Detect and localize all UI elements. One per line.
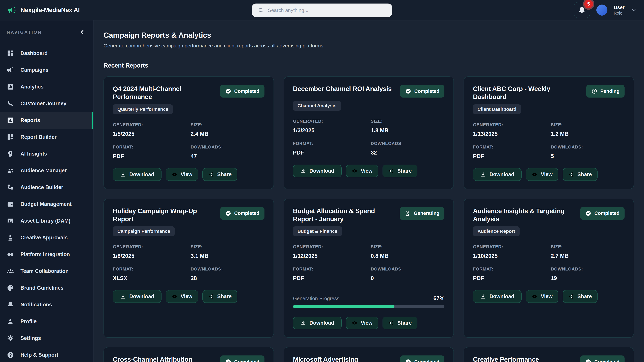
meta-value-format: XLSX (113, 275, 187, 281)
sidebar-item-analytics[interactable]: Analytics (0, 78, 93, 95)
meta-value-format: PDF (473, 275, 547, 281)
chevron-down-icon[interactable] (631, 7, 636, 13)
meta-label-format: FORMAT: (293, 141, 367, 146)
download-button[interactable]: Download (473, 290, 522, 303)
report-card-header: Q4 2024 Multi-Channel PerformanceComplet… (113, 85, 264, 101)
sidebar-item-report-builder[interactable]: Report Builder (0, 129, 93, 145)
sidebar-item-label: Campaigns (20, 67, 48, 73)
share-button[interactable]: Share (563, 290, 598, 303)
report-card: Cross-Channel Attribution AnalysisComple… (104, 347, 274, 362)
download-button-label: Download (489, 171, 514, 177)
sidebar-item-customer-journey[interactable]: Customer Journey (0, 95, 93, 112)
download-icon (120, 172, 126, 177)
share-button[interactable]: Share (382, 317, 418, 329)
download-button[interactable]: Download (473, 168, 522, 181)
sidebar-item-asset-library-dam[interactable]: Asset Library (DAM) (0, 213, 93, 229)
sidebar-item-brand-guidelines[interactable]: Brand Guidelines (0, 280, 93, 296)
share-icon (568, 172, 574, 177)
meta-label-downloads: DOWNLOADS: (551, 267, 624, 272)
meta-downloads: DOWNLOADS:5 (551, 144, 624, 159)
download-button[interactable]: Download (113, 290, 162, 303)
report-meta: GENERATED:1/8/2025SIZE:3.1 MBFORMAT:XLSX… (113, 244, 264, 281)
report-card: Client ABC Corp - Weekly DashboardPendin… (464, 76, 634, 189)
section-title-recent-reports: Recent Reports (104, 62, 634, 69)
groups-icon (7, 268, 14, 275)
meta-value-downloads: 19 (551, 275, 624, 281)
share-button-label: Share (397, 320, 412, 326)
view-button[interactable]: View (346, 165, 378, 177)
report-category-tag: Audience Report (473, 226, 520, 236)
meta-value-size: 1.2 MB (551, 131, 624, 137)
check-circle-icon (225, 359, 231, 362)
search-input[interactable] (268, 7, 386, 13)
view-button[interactable]: View (526, 168, 558, 181)
view-button[interactable]: View (166, 168, 198, 181)
sidebar-item-label: Help & Support (20, 352, 58, 358)
status-badge-completed: Completed (220, 85, 264, 97)
meta-value-generated: 1/12/2025 (293, 253, 367, 259)
sidebar-item-notifications[interactable]: Notifications (0, 296, 93, 313)
sidebar-item-platform-integration[interactable]: Platform Integration (0, 246, 93, 263)
share-button[interactable]: Share (382, 165, 418, 177)
brand: Nexgile-MediaNex AI (8, 5, 80, 14)
meta-label-downloads: DOWNLOADS: (191, 267, 264, 272)
sidebar-item-ai-insights[interactable]: AI Insights (0, 145, 93, 162)
sidebar-item-profile[interactable]: Profile (0, 313, 93, 330)
meta-label-generated: GENERATED: (113, 122, 187, 127)
megaphone-icon (7, 66, 14, 74)
share-button[interactable]: Share (202, 290, 237, 303)
notification-count-badge: 5 (584, 0, 593, 8)
sidebar-item-audience-builder[interactable]: Audience Builder (0, 179, 93, 196)
sidebar-item-label: Customer Journey (20, 100, 66, 107)
share-button[interactable]: Share (563, 168, 598, 181)
share-button-label: Share (217, 294, 232, 300)
download-button-label: Download (310, 168, 334, 174)
meta-value-format: PDF (293, 149, 367, 156)
user-role: Role (614, 10, 625, 16)
report-card: Audience Insights & Targeting AnalysisCo… (464, 199, 634, 338)
sidebar-item-help-support[interactable]: Help & Support (0, 347, 93, 362)
sidebar-item-audience-manager[interactable]: Audience Manager (0, 162, 93, 179)
meta-value-size: 2.4 MB (191, 131, 264, 137)
status-badge-completed: Completed (400, 85, 444, 97)
status-badge-completed: Completed (220, 356, 264, 362)
share-button[interactable]: Share (202, 168, 237, 181)
audience-builder-icon (7, 184, 14, 191)
status-badge-completed: Completed (580, 207, 624, 220)
report-card-header: Holiday Campaign Wrap-Up ReportCompleted (113, 207, 264, 223)
megaphone-logo-icon (8, 5, 16, 14)
sidebar-item-reports[interactable]: Reports (0, 112, 93, 129)
palette-icon (7, 284, 14, 292)
sidebar-item-dashboard[interactable]: Dashboard (0, 45, 93, 62)
download-button[interactable]: Download (113, 168, 162, 181)
sidebar-item-label: Audience Builder (20, 184, 63, 190)
meta-label-size: SIZE: (551, 244, 624, 249)
image-icon (7, 217, 14, 225)
user-avatar[interactable] (596, 4, 608, 15)
bell-icon (578, 6, 586, 14)
view-button[interactable]: View (526, 290, 558, 303)
sidebar-item-creative-approvals[interactable]: Creative Approvals (0, 229, 93, 246)
meta-value-generated: 1/10/2025 (473, 253, 547, 259)
global-search (252, 3, 392, 17)
app-title: Nexgile-MediaNex AI (20, 6, 80, 13)
sidebar-item-budget-management[interactable]: Budget Management (0, 196, 93, 213)
link-icon (7, 251, 14, 258)
sidebar-item-team-collaboration[interactable]: Team Collaboration (0, 263, 93, 280)
meta-label-generated: GENERATED: (113, 244, 187, 249)
sidebar-item-settings[interactable]: Settings (0, 330, 93, 347)
download-button[interactable]: Download (293, 317, 342, 329)
report-title: Microsoft Advertising Performance - Q4 (293, 356, 396, 362)
report-meta: GENERATED:1/3/2025SIZE:1.8 MBFORMAT:PDFD… (293, 119, 444, 156)
download-button[interactable]: Download (293, 165, 342, 177)
report-actions: DownloadViewShare (293, 165, 418, 177)
view-button[interactable]: View (166, 290, 198, 303)
search-icon (258, 7, 264, 13)
view-button-label: View (541, 171, 552, 177)
chevron-left-icon[interactable] (79, 29, 86, 35)
view-button-label: View (180, 294, 192, 300)
main-content: Campaign Reports & Analytics Generate co… (94, 20, 644, 362)
notifications-button[interactable]: 5 (574, 2, 590, 18)
view-button[interactable]: View (346, 317, 378, 329)
sidebar-item-campaigns[interactable]: Campaigns (0, 62, 93, 78)
